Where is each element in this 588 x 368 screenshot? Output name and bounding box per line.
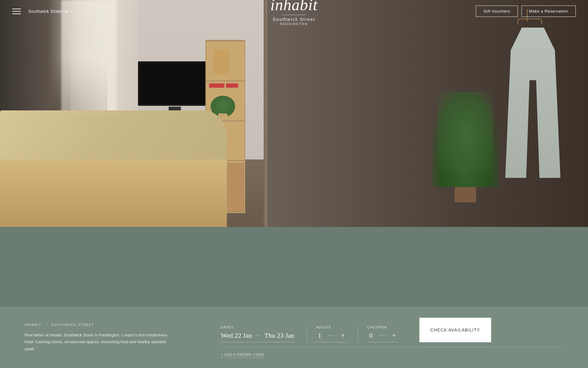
- breadcrumb-arrow-icon: →: [44, 322, 48, 327]
- dates-field[interactable]: Dates Wed 22 Jan → Thu 23 Jan: [221, 325, 307, 342]
- children-label: Children: [367, 325, 398, 329]
- children-counter-divider: [379, 335, 386, 335]
- bottom-left: INHABIT → SOUTHWICK STREET Rest better a…: [25, 322, 202, 352]
- header-right: Gift Vouchers Make a Reservation: [476, 6, 576, 17]
- children-increment-button[interactable]: +: [391, 332, 398, 339]
- header-left: Southwick Street: [12, 9, 68, 14]
- breadcrumb-inhabit: INHABIT: [25, 323, 41, 327]
- hotel-title-block: Southwick Street PADDINGTON: [270, 17, 318, 26]
- date-to: Thu 23 Jan: [264, 332, 294, 339]
- logo-divider: [282, 15, 306, 15]
- children-field: Children 0 +: [358, 325, 410, 342]
- hero-background: [0, 0, 588, 227]
- gift-vouchers-button[interactable]: Gift Vouchers: [476, 6, 518, 17]
- counter-divider: [328, 335, 335, 335]
- location-label: Southwick Street: [28, 9, 63, 14]
- hotel-location-header: PADDINGTON: [270, 22, 318, 26]
- check-availability-button[interactable]: Check Availability: [419, 318, 491, 342]
- header: Southwick Street inhabit Southwick Stree…: [0, 0, 588, 22]
- dates-label: Dates: [221, 325, 294, 329]
- booking-form: Dates Wed 22 Jan → Thu 23 Jan Adults 1 +…: [221, 318, 563, 357]
- hamburger-menu[interactable]: [12, 9, 21, 14]
- hero-section: Southwick Street inhabit Southwick Stree…: [0, 0, 588, 227]
- location-selector[interactable]: Southwick Street: [28, 9, 68, 14]
- bottom-bar: INHABIT → SOUTHWICK STREET Rest better a…: [0, 307, 588, 368]
- children-value: 0: [367, 332, 375, 339]
- adults-increment-button[interactable]: +: [339, 332, 347, 339]
- hotel-name-header: Southwick Street: [270, 17, 318, 22]
- adults-value: 1: [316, 332, 323, 339]
- booking-fields-row: Dates Wed 22 Jan → Thu 23 Jan Adults 1 +…: [221, 318, 563, 347]
- children-counter: 0 +: [367, 332, 398, 342]
- breadcrumb-southwick: SOUTHWICK STREET: [51, 323, 94, 327]
- dates-row[interactable]: Wed 22 Jan → Thu 23 Jan: [221, 332, 294, 342]
- breadcrumb: INHABIT → SOUTHWICK STREET: [25, 322, 202, 327]
- date-arrow-icon: →: [256, 333, 261, 338]
- promo-section: + ADD A PROMO CODE: [221, 347, 563, 357]
- adults-field: Adults 1 +: [307, 325, 358, 342]
- hotel-description: Rest better at Inhabit, Southwick Street…: [25, 332, 178, 352]
- promo-code-link[interactable]: + ADD A PROMO CODE: [221, 353, 265, 358]
- header-center: inhabit Southwick Street PADDINGTON: [270, 0, 318, 26]
- date-from: Wed 22 Jan: [221, 332, 252, 339]
- adults-label: Adults: [316, 325, 347, 329]
- make-reservation-button[interactable]: Make a Reservation: [521, 6, 576, 17]
- adults-counter: 1 +: [316, 332, 347, 342]
- chevron-down-icon: [64, 8, 69, 13]
- logo: inhabit: [270, 0, 318, 13]
